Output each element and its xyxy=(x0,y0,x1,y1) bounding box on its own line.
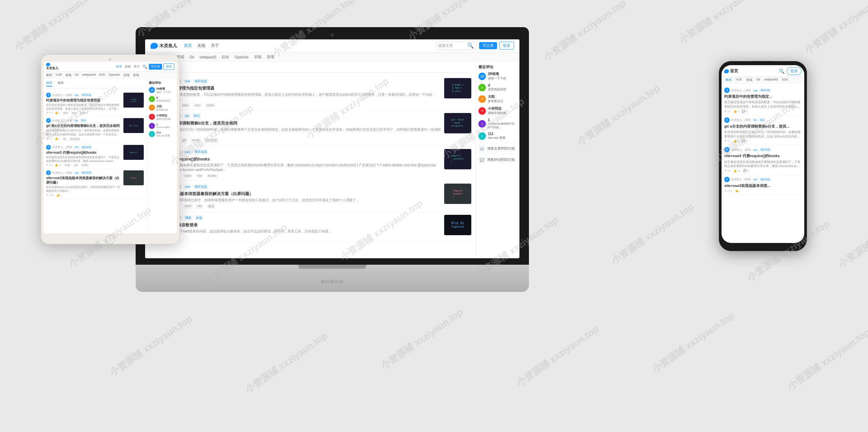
phone-art-project-1: 项目实战 xyxy=(760,88,771,92)
tablet-login-button[interactable]: 登录 xyxy=(163,63,174,70)
tablet-tab-backend[interactable]: 后端 xyxy=(123,73,130,77)
tablet-art-title-1[interactable]: 约束项目中的包管理为指定包管理器 xyxy=(46,98,121,102)
article-tag-git2[interactable]: git xyxy=(181,138,188,143)
nav-item-about[interactable]: 关于 xyxy=(211,43,219,49)
article-thumb-4: legacy( targets) xyxy=(444,184,471,204)
article-title-4[interactable]: vite+vue3实现低版本浏览器兼容的解决方案（白屏问题） xyxy=(149,191,441,197)
sidebar-rss-comments[interactable]: 💬 博客评论RSS订阅 xyxy=(478,154,517,165)
site-search-box[interactable]: 搜索文章 🔍 xyxy=(436,42,476,50)
watermark-23: 小资源辅 xxziyaun.top xyxy=(378,305,466,372)
article-tag-npm[interactable]: npm xyxy=(193,103,202,107)
nav-item-friends[interactable]: 友链 xyxy=(197,43,205,49)
article-tag-reset[interactable]: reset xyxy=(191,138,200,143)
article-tag-project-1: 项目实战 xyxy=(193,79,208,84)
phone-art-title-2[interactable]: git a分支的内容强制替换b分支，使其... xyxy=(724,124,802,129)
tab-misc[interactable]: 杂项 xyxy=(267,54,274,59)
login-button[interactable]: 登录 xyxy=(499,42,514,50)
phone-art-title-4[interactable]: vite+vue3实现低版本浏览... xyxy=(724,183,802,188)
tablet-tab-frontend[interactable]: 前端 xyxy=(65,73,72,77)
nav-item-home[interactable]: 首页 xyxy=(184,43,192,49)
tablet-tab-tutorial[interactable]: 教程 xyxy=(46,73,52,77)
tablet-tag-vue3-3[interactable]: vue3 xyxy=(64,164,71,167)
article-tag-vite-4[interactable]: vite xyxy=(196,204,203,209)
write-article-button[interactable]: 写文章 xyxy=(479,42,497,49)
tablet-tab-vue[interactable]: VUE xyxy=(56,73,62,77)
tablet-nav-about[interactable]: 关于 xyxy=(134,64,140,69)
article-tag-hooks-3[interactable]: hooks xyxy=(207,174,218,178)
comment-avatar-1: 2B xyxy=(478,73,486,80)
tablet-tag-vite-3[interactable]: vite xyxy=(73,164,79,167)
article-title-5[interactable]: 简单的对话web版谷歌登录 xyxy=(149,222,441,228)
phone-tab-git[interactable]: Git xyxy=(754,78,763,82)
phone-art-title-3[interactable]: vite+vue3 代替require()的hooks xyxy=(724,153,802,158)
phone-art-project-4: 项目实战 xyxy=(760,177,771,182)
tablet-author-av-4: 木 xyxy=(46,170,51,175)
tab-webpack5[interactable]: webpack5 xyxy=(200,55,217,59)
article-title-2[interactable]: git 将a分支的内容强制替换b分支，使其完全相同 xyxy=(149,120,441,126)
phone-likes-4: 👍 1 xyxy=(735,189,741,192)
watermark-5: 小资源辅 xxziyaun.top xyxy=(541,0,629,64)
article-title-3[interactable]: vite+vue3 代替require()的hooks xyxy=(149,156,441,162)
article-thumb-code-5: Blog ByTypecho xyxy=(450,220,465,230)
phone-art-title-1[interactable]: 约束项目中的包管理为指定... xyxy=(724,94,802,99)
tab-es6[interactable]: ES6 xyxy=(222,55,229,59)
article-thumb-3: import( `./assets`) xyxy=(444,149,471,169)
tablet-art-title-2[interactable]: git 将a分支的内容强制替换b分支，使其完全相同 xyxy=(46,124,121,128)
phone-notch xyxy=(753,61,773,64)
article-title-1[interactable]: 约束项目中的包管理为指定包管理器 xyxy=(149,86,441,91)
phone-search-icon[interactable]: 🔍 xyxy=(779,69,785,74)
tablet-tag-npm[interactable]: npm xyxy=(71,111,78,114)
article-footer-3: 👁 54 👍 15 💬 0 vue3 vite hooks xyxy=(149,174,441,178)
tab-typecho[interactable]: Typecho xyxy=(234,55,249,59)
article-tag-pnpm[interactable]: pnpm xyxy=(205,103,216,107)
article-footer-4: 👁 254 👍 1 💬 3 vue3 vite 兼容 xyxy=(149,204,441,209)
tablet-nav-home[interactable]: 首页 xyxy=(116,64,122,69)
article-tag-yarn[interactable]: yarn xyxy=(181,103,190,107)
article-tag-vite-3[interactable]: vite xyxy=(196,174,203,178)
tablet-sub-tab-latest[interactable]: 最新 xyxy=(58,81,64,87)
tablet-nav-friends[interactable]: 友链 xyxy=(125,64,131,69)
article-tag-branch[interactable]: 分支管理 xyxy=(203,138,218,143)
phone-likes-3: 👍 15 xyxy=(733,169,741,172)
tablet-comment-name-2: d xyxy=(156,96,171,99)
tablet-tab-git[interactable]: Git xyxy=(75,73,79,77)
tablet-tag-pnpm[interactable]: pnpm xyxy=(80,111,88,114)
tablet-tab-typecho[interactable]: Typecho xyxy=(108,73,120,77)
phone-tab-es6[interactable]: ES6 xyxy=(780,78,790,82)
article-tag-vue3-3[interactable]: vue3 xyxy=(183,174,193,178)
watermark-22: 小资源辅 xxziyaun.top xyxy=(242,329,330,396)
article-tag-compat[interactable]: 兼容 xyxy=(207,204,216,209)
site-header: 木灵鱼儿 首页 友链 关于 搜索文章 🔍 写文章 登录 xyxy=(145,39,519,52)
phone-tab-tutorial[interactable]: 教程 xyxy=(724,78,734,82)
phone-login-button[interactable]: 登录 xyxy=(787,67,802,75)
tablet-home-button[interactable] xyxy=(105,235,115,244)
tablet-sub-tab-recommend[interactable]: 推荐 xyxy=(46,81,52,87)
sidebar-rss-articles[interactable]: 📰 博客文章RSS订阅 xyxy=(478,143,517,154)
tablet-art-title-4[interactable]: vite+vue3实现低版本浏览器兼容的解决方案（白屏问题） xyxy=(46,176,121,185)
tab-git[interactable]: Git xyxy=(190,55,194,59)
tablet-art-title-3[interactable]: vite+vue3 代替require()的hooks xyxy=(46,150,121,155)
phone-tab-vue[interactable]: VUE xyxy=(734,78,744,82)
phone-art-vue-4: vue xyxy=(752,178,758,181)
tablet-sidebar-title: 最近评论 xyxy=(149,81,175,85)
phone-author-av-3: 木 xyxy=(724,147,730,152)
search-icon[interactable]: 🔍 xyxy=(467,42,474,49)
tablet-tag-reset[interactable]: 分支管理 xyxy=(69,137,80,141)
phone-art-author-2: 木灵鱼儿 · 1周前 xyxy=(731,118,751,122)
tablet-search-icon[interactable]: 🔍 xyxy=(142,64,147,69)
tablet-tab-webpack5[interactable]: webpack5 xyxy=(82,73,96,77)
tablet-tag-yarn[interactable]: yarn xyxy=(62,111,69,114)
tablet-tag-hooks-3[interactable]: hooks xyxy=(81,164,89,167)
tablet-tag-git2[interactable]: git xyxy=(62,137,67,141)
tablet-comment-text-1: 谢谢一下下的 xyxy=(156,91,171,94)
tablet-write-button[interactable]: 写文章 xyxy=(149,64,162,70)
comment-avatar-3: 大 xyxy=(478,95,486,103)
tablet-tab-es6[interactable]: ES6 xyxy=(99,73,105,77)
tablet-tab-misc[interactable]: 杂项 xyxy=(133,73,139,77)
laptop-device: 木灵鱼儿 首页 友链 关于 搜索文章 🔍 写文章 登录 教程 VUE 前端 xyxy=(136,27,529,292)
phone-tab-frontend[interactable]: 前端 xyxy=(744,78,754,82)
phone-tab-webpack5[interactable]: webpack5 xyxy=(762,78,780,82)
tab-backend[interactable]: 后端 xyxy=(254,54,261,59)
article-tag-vue3-4[interactable]: vue3 xyxy=(183,204,193,209)
watermark-26: 小资源辅 xxziyaun.top xyxy=(785,326,868,393)
